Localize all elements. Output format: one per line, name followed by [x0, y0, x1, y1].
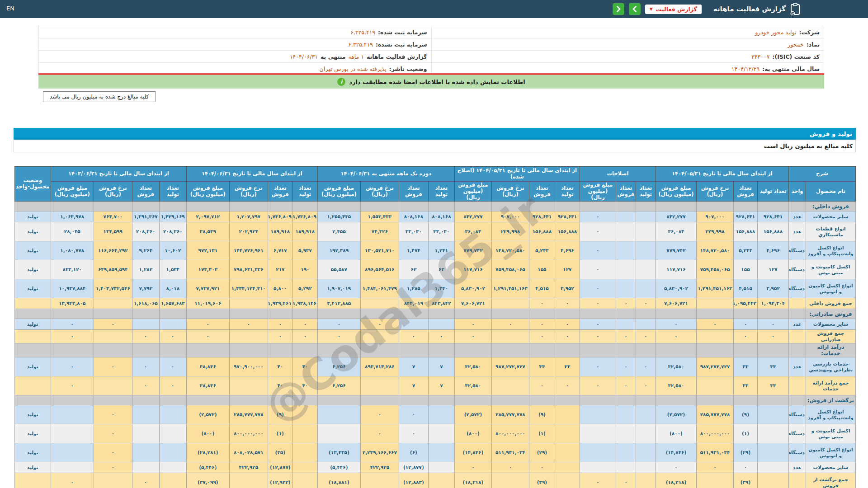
cell-e-amount: ۰ [186, 319, 229, 330]
cell-e-qty-prod [292, 309, 317, 319]
language-toggle-en[interactable]: EN [6, 5, 14, 12]
status: تولید [14, 211, 51, 222]
info-value: ۶,۳۲۵,۴۱۹ [350, 29, 375, 36]
cell-d-rate [360, 395, 399, 405]
cell-f-qty-sale [132, 202, 159, 211]
cell-f-rate [94, 395, 132, 405]
status: تولید [14, 405, 51, 424]
cell-e-amount [186, 202, 229, 211]
cell-f-qty-prod [159, 443, 186, 462]
cell-c-rate [491, 376, 529, 395]
cell-e-rate [229, 376, 268, 395]
cell-d-qty-prod [428, 343, 454, 357]
cell-d-amount: (۱۳,۴۳۵) [317, 443, 360, 462]
cell-b-qty-sale: ۰ [616, 473, 636, 488]
product-name: جمع فروش صادراتی [806, 330, 856, 343]
previous-report-button[interactable] [613, 3, 624, 15]
cell-d-qty-prod [428, 319, 454, 330]
info-value: ۱ ماهه [348, 53, 364, 60]
header-group-d: دوره یک ماهه منتهی به ۱۴۰۴/۰۶/۳۱ [317, 167, 454, 182]
cell-c-amount: ۳۲,۵۸۰ [454, 357, 491, 376]
cell-f-qty-prod [159, 309, 186, 319]
cell-c-qty-sale: ۰ [529, 298, 555, 309]
cell-a-rate [696, 298, 733, 309]
header-d-qty-prod: تعداد تولید [428, 182, 454, 202]
cell-a-rate [696, 395, 733, 405]
cell-d-qty-prod [428, 395, 454, 405]
table-row: سایر محصولاتعدد۹۲۸,۶۴۱۹۲۸,۶۴۱۹۰۷,۰۰۰۸۴۲,… [14, 211, 855, 222]
cell-f-qty-sale: ۱,۶۱۸,۰۶۵ [132, 298, 159, 309]
signature-match-notice: اطلاعات نمایش داده شده با اطلاعات امضا ش… [38, 75, 824, 89]
cell-f-rate [94, 202, 132, 211]
cell-e-qty-prod [292, 462, 317, 473]
cell-f-qty-prod: ۱,۴۲۹,۱۶۹ [159, 211, 186, 222]
cell-a-qty-sale: ۰ [733, 319, 757, 330]
header-status: وضعیت محصول-واحد [14, 167, 51, 202]
cell-e-qty-prod: ۴۰ [292, 357, 317, 376]
table-row: اکسل کامیونت و مینی بوسدستگاه(۱)۸۰۰,۰۰۰,… [14, 424, 855, 443]
product-name: اکسل کامیونت و مینی بوس [806, 260, 856, 279]
cell-a-rate [696, 309, 733, 319]
cell-c-amount: ۷۷۹,۷۴۲ [454, 241, 491, 260]
header-a-amount: مبلغ فروش (میلیون ریال) [656, 182, 696, 202]
report-type-dropdown[interactable]: گزارش فعالیت ▼ [645, 5, 702, 14]
product-name: برگشت از فروش: [806, 395, 856, 405]
cell-d-amount: ۵۵,۵۸۷ [317, 260, 360, 279]
cell-c-amount [454, 309, 491, 319]
cell-e-qty-prod: ۴۰ [292, 376, 317, 395]
info-label: نماد: [807, 41, 820, 48]
table-row: سایر محصولاتعدد۰۰۰۰۰۰(۱۲,۸۷۷)۴۲۲,۹۲۵(۵,۴… [14, 462, 855, 473]
info-value: تولید محور خودرو [755, 29, 796, 36]
cell-d-qty-prod [428, 473, 454, 488]
cell-e-qty-sale: ۰ [268, 319, 292, 330]
info-cell: سرمایه ثبت شده:۶,۳۲۵,۴۱۹ [38, 26, 432, 38]
cell-f-qty-prod [159, 395, 186, 405]
report-type-dropdown-label: گزارش فعالیت [656, 6, 697, 13]
cell-c-rate: ۸۰۰,۰۰۰,۰۰۰ [491, 424, 529, 443]
cell-b-qty-prod [636, 202, 656, 211]
cell-e-amount: ۱۷۳,۳۰۳ [186, 260, 229, 279]
unit [788, 202, 806, 211]
info-label: منتهی به [321, 53, 345, 60]
cell-b-amount: ۰ [580, 376, 616, 395]
cell-b-qty-sale [616, 211, 636, 222]
cell-c-qty-prod [555, 473, 580, 488]
cell-e-qty-sale: ۴۰ [268, 376, 292, 395]
cell-a-qty-prod: ۴,۶۹۶ [757, 241, 788, 260]
cell-c-rate: ۰ [491, 462, 529, 473]
product-name: اکسل کامیونت و مینی بوس [806, 424, 856, 443]
cell-e-amount [186, 309, 229, 319]
cell-a-qty-sale: (۲۹) [733, 443, 757, 462]
cell-f-qty-prod: ۱,۶۵۷,۶۸۳ [159, 298, 186, 309]
cell-c-qty-sale: ۹۲۸,۶۴۱ [529, 211, 555, 222]
cell-f-qty-prod: ۱,۵۳۴ [159, 260, 186, 279]
cell-d-qty-sale: ۷ [399, 376, 428, 395]
product-name: انواع اکسل وانت،پیکاپ و آفرود [806, 241, 856, 260]
report-clipboard-icon [790, 3, 800, 15]
unit [788, 395, 806, 405]
cell-b-amount [580, 343, 616, 357]
cell-c-qty-sale: ۰ [529, 319, 555, 330]
cell-a-rate: ۱,۲۹۱,۴۵۱,۱۶۳ [696, 279, 733, 298]
cell-c-rate [491, 202, 529, 211]
cell-e-rate [229, 298, 268, 309]
table-row: جمع برگشت از فروش(۳۹)(۱۸,۲۱۸)۰۰(۳۹)(۱۸,۲… [14, 473, 855, 488]
next-report-button[interactable] [629, 3, 641, 15]
cell-d-qty-sale: ۰ [399, 405, 428, 424]
header-d-qty-sale: تعداد فروش [399, 182, 428, 202]
cell-e-qty-prod [292, 343, 317, 357]
unit [788, 298, 806, 309]
cell-c-qty-sale [529, 395, 555, 405]
status [14, 298, 51, 309]
cell-b-amount: ۰ [580, 211, 616, 222]
info-row: کد صنعت (ISIC):۳۴۳۰۰۷گزارش فعالیت ماهانه… [38, 51, 824, 63]
cell-c-rate: ۱,۲۹۱,۴۵۱,۱۶۳ [491, 279, 529, 298]
status [14, 395, 51, 405]
cell-f-rate: ۱۳۴,۵۹۹ [94, 222, 132, 241]
cell-a-amount: ۷۷۹,۷۴۲ [656, 241, 696, 260]
cell-e-amount: (۳۷,۰۹۹) [186, 473, 229, 488]
cell-f-amount [51, 309, 94, 319]
cell-e-amount: ۲,۰۹۷,۷۱۲ [186, 211, 229, 222]
cell-c-rate: ۷۵۹,۴۵۸,۰۶۵ [491, 260, 529, 279]
cell-d-rate: ۰ [360, 405, 399, 424]
